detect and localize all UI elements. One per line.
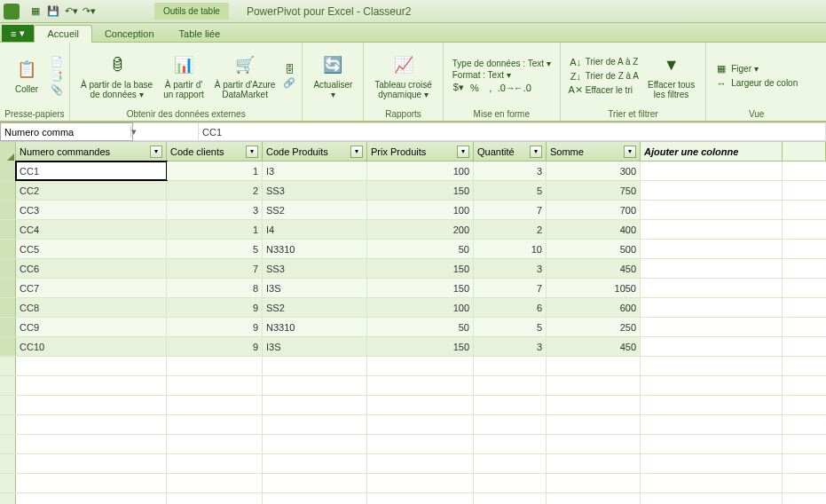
- row-selector[interactable]: [0, 435, 16, 453]
- row-selector[interactable]: [0, 318, 16, 336]
- cell-code-clients[interactable]: 3: [167, 201, 263, 219]
- cell-empty[interactable]: [641, 415, 783, 434]
- cell-code-produits[interactable]: I4: [263, 220, 367, 239]
- filter-dropdown-icon[interactable]: ▾: [246, 146, 258, 158]
- cell-empty[interactable]: [16, 415, 167, 434]
- cell-quantite[interactable]: 7: [474, 279, 547, 297]
- cell-empty[interactable]: [167, 474, 263, 492]
- cell-empty[interactable]: [167, 415, 263, 434]
- undo-icon[interactable]: ↶▾: [64, 4, 78, 19]
- cell-quantite[interactable]: 3: [474, 259, 547, 278]
- cell-empty[interactable]: [474, 357, 547, 375]
- cell-somme[interactable]: 750: [547, 181, 641, 200]
- cell-code-produits[interactable]: SS3: [263, 259, 367, 278]
- cell-empty[interactable]: [641, 396, 783, 414]
- cell-quantite[interactable]: 10: [474, 240, 547, 258]
- cell-code-clients[interactable]: 1: [167, 161, 263, 180]
- cell-code-produits[interactable]: N3310: [263, 240, 367, 258]
- name-box[interactable]: ▾: [0, 122, 133, 141]
- cell-empty[interactable]: [367, 415, 474, 434]
- cell-empty[interactable]: [263, 415, 367, 434]
- cell-numero[interactable]: CC5: [16, 240, 167, 258]
- cell-code-clients[interactable]: 9: [167, 337, 263, 356]
- currency-icon[interactable]: $▾: [452, 82, 465, 94]
- column-code-clients[interactable]: Code clients▾: [167, 142, 263, 161]
- cell-empty[interactable]: [16, 396, 167, 414]
- cell-add[interactable]: [641, 337, 783, 356]
- copy-icon[interactable]: 📑: [50, 70, 64, 83]
- cell-empty[interactable]: [16, 493, 167, 504]
- tab-accueil[interactable]: Accueil: [34, 25, 91, 43]
- cell-prix[interactable]: 50: [367, 318, 474, 336]
- filter-dropdown-icon[interactable]: ▾: [150, 146, 162, 158]
- filter-dropdown-icon[interactable]: ▾: [624, 146, 636, 158]
- cell-empty[interactable]: [167, 454, 263, 473]
- cell-empty[interactable]: [474, 415, 547, 434]
- cell-empty[interactable]: [641, 376, 783, 395]
- cell-empty[interactable]: [641, 454, 783, 473]
- sort-az-button[interactable]: A↓Trier de A à Z: [570, 56, 639, 68]
- cell-empty[interactable]: [263, 435, 367, 453]
- cell-empty[interactable]: [641, 493, 783, 504]
- excel-icon[interactable]: ▦: [28, 4, 43, 19]
- cell-numero[interactable]: CC3: [16, 201, 167, 219]
- row-selector[interactable]: [0, 259, 16, 278]
- cell-numero[interactable]: CC9: [16, 318, 167, 336]
- cell-empty[interactable]: [367, 435, 474, 453]
- row-selector[interactable]: [0, 396, 16, 414]
- cell-somme[interactable]: 500: [547, 240, 641, 258]
- cell-empty[interactable]: [367, 474, 474, 492]
- cell-prix[interactable]: 50: [367, 240, 474, 258]
- cell-empty[interactable]: [474, 474, 547, 492]
- cell-quantite[interactable]: 2: [474, 220, 547, 239]
- cell-somme[interactable]: 250: [547, 318, 641, 336]
- column-numero-commandes[interactable]: Numero commandes▾: [16, 142, 167, 161]
- tab-table-liee[interactable]: Table liée: [167, 26, 232, 42]
- from-report-button[interactable]: 📊 À partir d' un rapport: [158, 51, 209, 101]
- cell-empty[interactable]: [16, 474, 167, 492]
- cell-empty[interactable]: [263, 357, 367, 375]
- column-prix-produits[interactable]: Prix Produits▾: [367, 142, 474, 161]
- cell-empty[interactable]: [167, 357, 263, 375]
- cell-code-clients[interactable]: 9: [167, 298, 263, 317]
- cell-prix[interactable]: 150: [367, 259, 474, 278]
- cell-empty[interactable]: [641, 435, 783, 453]
- row-selector[interactable]: [0, 337, 16, 356]
- cell-add[interactable]: [641, 240, 783, 258]
- other-source-icon[interactable]: 🗄: [282, 63, 296, 75]
- refresh-button[interactable]: 🔄 Actualiser ▾: [308, 51, 358, 101]
- cell-code-clients[interactable]: 9: [167, 318, 263, 336]
- cell-empty[interactable]: [16, 454, 167, 473]
- cell-add[interactable]: [641, 161, 783, 180]
- cell-empty[interactable]: [263, 376, 367, 395]
- cell-somme[interactable]: 400: [547, 220, 641, 239]
- cell-empty[interactable]: [474, 435, 547, 453]
- select-all-corner[interactable]: [0, 142, 16, 161]
- cell-empty[interactable]: [547, 435, 641, 453]
- cell-add[interactable]: [641, 318, 783, 336]
- data-type-selector[interactable]: Type de données : Text ▾: [452, 59, 551, 68]
- cell-quantite[interactable]: 3: [474, 161, 547, 180]
- save-icon[interactable]: 💾: [46, 4, 60, 19]
- name-box-input[interactable]: [1, 127, 130, 138]
- cell-empty[interactable]: [547, 376, 641, 395]
- cell-code-produits[interactable]: SS2: [263, 201, 367, 219]
- cell-somme[interactable]: 450: [547, 337, 641, 356]
- cell-quantite[interactable]: 5: [474, 181, 547, 200]
- cell-add[interactable]: [641, 220, 783, 239]
- row-selector[interactable]: [0, 279, 16, 297]
- cell-numero[interactable]: CC4: [16, 220, 167, 239]
- cell-quantite[interactable]: 5: [474, 318, 547, 336]
- cell-prix[interactable]: 150: [367, 181, 474, 200]
- filter-dropdown-icon[interactable]: ▾: [530, 146, 542, 158]
- cell-somme[interactable]: 300: [547, 161, 641, 180]
- cell-empty[interactable]: [474, 396, 547, 414]
- cell-empty[interactable]: [547, 454, 641, 473]
- cell-code-clients[interactable]: 2: [167, 181, 263, 200]
- format-selector[interactable]: Format : Text ▾: [452, 70, 551, 80]
- existing-connection-icon[interactable]: 🔗: [282, 77, 296, 90]
- cell-empty[interactable]: [547, 474, 641, 492]
- cell-somme[interactable]: 600: [547, 298, 641, 317]
- sort-za-button[interactable]: Z↓Trier de Z à A: [570, 70, 639, 83]
- from-database-button[interactable]: 🛢 À partir de la base de données ▾: [75, 51, 158, 101]
